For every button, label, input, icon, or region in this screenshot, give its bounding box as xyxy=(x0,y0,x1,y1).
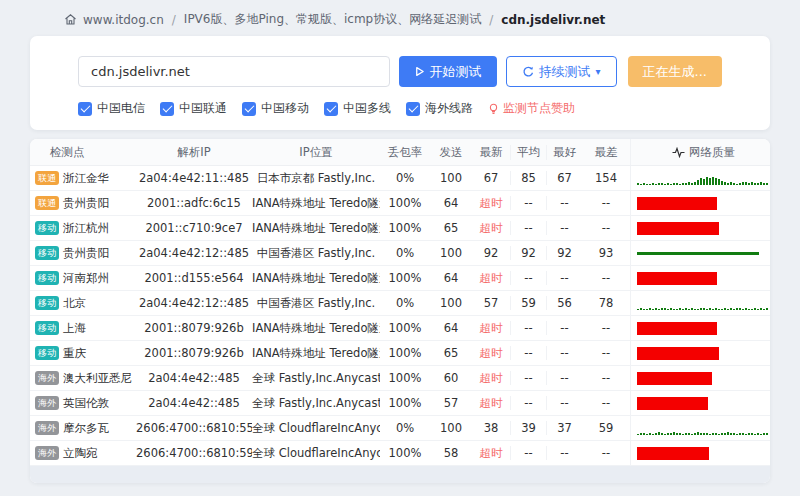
carrier-badge: 移动 xyxy=(35,221,59,235)
loss-rate: 100% xyxy=(380,396,430,410)
carrier-badge: 移动 xyxy=(35,321,59,335)
table-scrollbar-track[interactable] xyxy=(30,466,770,483)
loss-rate: 100% xyxy=(380,221,430,235)
filter-china-mobile[interactable]: 中国移动 xyxy=(242,100,309,117)
network-quality-cell xyxy=(630,216,770,240)
checkbox-checked-icon[interactable] xyxy=(78,102,92,116)
target-input[interactable] xyxy=(78,56,390,87)
ip-location: 日本市京都 Fastly,Inc. xyxy=(252,171,380,186)
loss-rate: 100% xyxy=(380,346,430,360)
best-latency: -- xyxy=(546,346,582,360)
worst-latency: -- xyxy=(582,196,630,210)
sent-count: 65 xyxy=(430,221,472,235)
ip-location: 中国香港区 Fastly,Inc. xyxy=(252,296,380,311)
table-body: 联通 浙江金华 2a04:4e42:11::485 日本市京都 Fastly,I… xyxy=(30,166,770,466)
breadcrumb-site[interactable]: www.itdog.cn xyxy=(83,13,164,27)
sponsor-label: 监测节点赞助 xyxy=(503,100,575,117)
table-row: 移动 河南郑州 2001::d155:e564 IANA特殊地址 Teredo隧… xyxy=(30,266,770,291)
filter-label: 中国移动 xyxy=(261,100,309,117)
checkbox-checked-icon[interactable] xyxy=(242,102,256,116)
quality-sparkline xyxy=(637,421,768,435)
header-best: 最好 xyxy=(546,145,582,160)
avg-latency: -- xyxy=(510,446,546,460)
loss-rate: 100% xyxy=(380,271,430,285)
checkbox-checked-icon[interactable] xyxy=(160,102,174,116)
quality-timeout-bar xyxy=(637,397,708,410)
loss-rate: 0% xyxy=(380,421,430,435)
checkbox-checked-icon[interactable] xyxy=(406,102,420,116)
latest-latency: 超时 xyxy=(472,371,510,386)
resolved-ip: 2a04:4e42:12::485 xyxy=(136,296,252,310)
network-quality-cell xyxy=(630,416,770,440)
filter-label: 海外线路 xyxy=(425,100,473,117)
worst-latency: -- xyxy=(582,446,630,460)
carrier-badge: 联通 xyxy=(35,171,59,185)
loss-rate: 100% xyxy=(380,371,430,385)
worst-latency: 78 xyxy=(582,296,630,310)
checkbox-checked-icon[interactable] xyxy=(324,102,338,116)
resolved-ip: 2001::adfc:6c15 xyxy=(136,196,252,210)
carrier-badge: 移动 xyxy=(35,246,59,260)
quality-timeout-bar xyxy=(637,447,709,460)
sent-count: 58 xyxy=(430,446,472,460)
chevron-down-icon: ▾ xyxy=(596,66,601,77)
resolved-ip: 2a04:4e42::485 xyxy=(136,371,252,385)
network-quality-cell xyxy=(630,391,770,415)
carrier-badge: 海外 xyxy=(35,396,59,410)
generating-button: 正在生成... xyxy=(628,56,722,87)
worst-latency: -- xyxy=(582,346,630,360)
ip-location: IANA特殊地址 Teredo隧道地址 xyxy=(252,221,380,236)
sent-count: 57 xyxy=(430,396,472,410)
node-name: 贵州贵阳 xyxy=(63,246,109,261)
filter-china-telecom[interactable]: 中国电信 xyxy=(78,100,145,117)
header-worst: 最差 xyxy=(582,145,630,160)
table-row: 移动 贵州贵阳 2a04:4e42:12::485 中国香港区 Fastly,I… xyxy=(30,241,770,266)
ip-location: IANA特殊地址 Teredo隧道地址 xyxy=(252,271,380,286)
header-loss-rate: 丢包率 xyxy=(380,145,430,160)
quality-sparkline xyxy=(637,171,768,185)
avg-latency: -- xyxy=(510,396,546,410)
network-quality-cell xyxy=(630,191,770,215)
network-quality-cell xyxy=(630,341,770,365)
ip-location: IANA特殊地址 Teredo隧道地址 xyxy=(252,346,380,361)
sent-count: 65 xyxy=(430,346,472,360)
continuous-test-label: 持续测试 xyxy=(539,63,591,81)
avg-latency: -- xyxy=(510,271,546,285)
ip-location: IANA特殊地址 Teredo隧道地址 xyxy=(252,321,380,336)
filter-overseas[interactable]: 海外线路 xyxy=(406,100,473,117)
quality-timeout-bar xyxy=(637,322,717,335)
refresh-icon xyxy=(522,66,534,78)
node-name: 河南郑州 xyxy=(63,271,109,286)
bulb-icon xyxy=(488,103,499,115)
table-header-row: 检测点 解析IP IP位置 丢包率 发送 最新 平均 最好 最差 网络质量 xyxy=(30,139,770,166)
sponsor-link[interactable]: 监测节点赞助 xyxy=(488,100,575,117)
network-quality-cell xyxy=(630,316,770,340)
filter-label: 中国电信 xyxy=(97,100,145,117)
network-quality-cell xyxy=(630,266,770,290)
carrier-badge: 移动 xyxy=(35,271,59,285)
ip-location: 全球 CloudflareIncAnycast网段 xyxy=(252,446,380,461)
quality-timeout-bar xyxy=(637,222,719,235)
ip-location: 全球 CloudflareIncAnycast网段 xyxy=(252,421,380,436)
latest-latency: 超时 xyxy=(472,321,510,336)
table-row: 移动 北京 2a04:4e42:12::485 中国香港区 Fastly,Inc… xyxy=(30,291,770,316)
header-avg: 平均 xyxy=(510,145,546,160)
filter-china-multiline[interactable]: 中国多线 xyxy=(324,100,391,117)
header-node: 检测点 xyxy=(30,145,136,160)
breadcrumb-path: IPV6版、多地Ping、常规版、icmp协议、网络延迟测试 xyxy=(184,11,481,28)
start-test-button[interactable]: 开始测试 xyxy=(399,56,497,87)
best-latency: -- xyxy=(546,196,582,210)
resolved-ip: 2001::d155:e564 xyxy=(136,271,252,285)
table-row: 移动 重庆 2001::8079:926b IANA特殊地址 Teredo隧道地… xyxy=(30,341,770,366)
header-ip-location: IP位置 xyxy=(252,145,380,160)
header-resolved-ip: 解析IP xyxy=(136,145,252,160)
avg-latency: -- xyxy=(510,221,546,235)
worst-latency: 154 xyxy=(582,171,630,185)
pulse-icon xyxy=(672,147,685,158)
continuous-test-button[interactable]: 持续测试 ▾ xyxy=(506,56,617,87)
resolved-ip: 2001::c710:9ce7 xyxy=(136,221,252,235)
filter-china-unicom[interactable]: 中国联通 xyxy=(160,100,227,117)
avg-latency: -- xyxy=(510,321,546,335)
best-latency: 56 xyxy=(546,296,582,310)
table-row: 海外 摩尔多瓦 2606:4700::6810:5514 全球 Cloudfla… xyxy=(30,416,770,441)
